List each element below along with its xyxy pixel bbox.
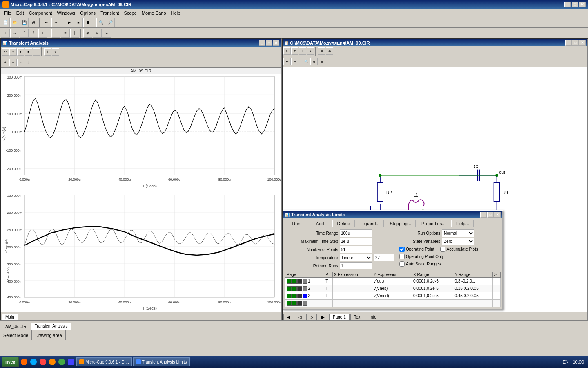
- menu-component[interactable]: Component: [27, 10, 55, 16]
- schematic-nav-page1[interactable]: Page 1: [329, 314, 350, 320]
- add-button[interactable]: Add: [309, 220, 331, 227]
- schematic-nav-text[interactable]: Text: [350, 314, 365, 320]
- tb-undo[interactable]: ↩: [42, 18, 51, 27]
- t-tb-zoom[interactable]: ⊕: [52, 48, 59, 56]
- tb-redo[interactable]: ↪: [51, 18, 60, 27]
- tab-am09[interactable]: AM_09.CIR: [2, 323, 30, 330]
- delete-button[interactable]: Delete: [332, 220, 355, 227]
- run-button[interactable]: Run: [285, 220, 307, 227]
- menu-help[interactable]: Help: [169, 10, 183, 16]
- schematic-nav-last[interactable]: ▶: [318, 314, 328, 320]
- schematic-nav-next[interactable]: ▷: [306, 314, 317, 320]
- tb2-5[interactable]: T: [38, 29, 47, 38]
- schematic-nav-prev[interactable]: ◁: [295, 314, 305, 320]
- schematic-maximize[interactable]: □: [572, 40, 579, 46]
- color-box-green7[interactable]: [287, 301, 292, 306]
- color-box-green2[interactable]: [292, 279, 297, 284]
- menu-file[interactable]: File: [2, 10, 14, 16]
- tb-pause[interactable]: ⏸: [83, 18, 92, 27]
- color-box-green5[interactable]: [287, 294, 292, 298]
- run-options-select[interactable]: Normal: [442, 229, 474, 237]
- tb-open[interactable]: 📂: [10, 18, 19, 27]
- color-box-black3[interactable]: [297, 294, 302, 298]
- taskbar-icon-2[interactable]: [30, 359, 37, 365]
- taskbar-icon-6[interactable]: [68, 359, 74, 365]
- schematic-nav-info[interactable]: Info: [366, 314, 380, 320]
- t-tb-pause[interactable]: ⏸: [33, 48, 40, 56]
- color-box-green4[interactable]: [292, 286, 297, 291]
- menu-options[interactable]: Options: [78, 10, 98, 16]
- temperature-input[interactable]: [374, 254, 394, 261]
- taskbar-icon-1[interactable]: [21, 359, 27, 365]
- taskbar-microcap[interactable]: Micro-Cap 9.0.6.1 - C:...: [76, 357, 132, 366]
- menu-monte-carlo[interactable]: Monte Carlo: [139, 10, 169, 16]
- s-tb-2[interactable]: T: [291, 47, 298, 55]
- s-tb2-4[interactable]: ⊕: [310, 58, 318, 65]
- t-tb-cursor[interactable]: ✛: [44, 48, 51, 56]
- taskbar-icon-3[interactable]: [40, 359, 46, 365]
- menu-windows[interactable]: Windows: [55, 10, 78, 16]
- tb2-4[interactable]: ∂: [29, 29, 38, 38]
- s-tb2-5[interactable]: ⊖: [318, 58, 325, 65]
- panel-minimize[interactable]: _: [259, 40, 265, 46]
- tb2-6[interactable]: □: [51, 29, 60, 38]
- s-tb-1[interactable]: ↖: [283, 47, 291, 55]
- t-tb2-3[interactable]: ≈: [17, 59, 24, 66]
- tb-run[interactable]: ▶: [65, 18, 74, 27]
- color-box-green8[interactable]: [292, 301, 297, 306]
- menu-edit[interactable]: Edit: [14, 10, 27, 16]
- operating-point-checkbox[interactable]: [399, 247, 405, 252]
- t-tb-stop[interactable]: ■: [25, 48, 32, 56]
- tb2-fit[interactable]: F: [102, 29, 111, 38]
- t-tb-1[interactable]: ↩: [2, 48, 9, 56]
- panel-close[interactable]: ✕: [273, 40, 279, 46]
- color-box-green3[interactable]: [287, 286, 292, 291]
- tb-new[interactable]: 📄: [1, 18, 10, 27]
- t-tb-2[interactable]: ↪: [9, 48, 17, 56]
- tb2-7[interactable]: ≡: [61, 29, 70, 38]
- taskbar-icon-4[interactable]: [49, 359, 56, 365]
- tb2-zoom[interactable]: ⊕: [83, 29, 92, 38]
- color-box-blue[interactable]: [303, 294, 307, 298]
- dialog-minimize[interactable]: _: [480, 212, 487, 218]
- time-range-input[interactable]: [340, 229, 372, 237]
- stepping-button[interactable]: Stepping...: [385, 220, 416, 227]
- taskbar-icon-5[interactable]: [58, 359, 65, 365]
- maximize-btn[interactable]: □: [572, 2, 578, 7]
- t-tb-run[interactable]: ▶: [17, 48, 24, 56]
- t-tb2-1[interactable]: +: [2, 59, 9, 66]
- tb2-8[interactable]: |: [70, 29, 79, 38]
- auto-scale-checkbox[interactable]: [399, 261, 405, 267]
- op-only-checkbox[interactable]: [399, 254, 405, 259]
- s-tb2-3[interactable]: 🔍: [303, 58, 310, 65]
- s-tb2-1[interactable]: ↩: [283, 58, 291, 65]
- properties-button[interactable]: Properties...: [417, 220, 450, 227]
- dialog-close[interactable]: ✕: [494, 212, 501, 218]
- s-tb2-2[interactable]: ↪: [291, 58, 298, 65]
- color-box-black4[interactable]: [297, 301, 302, 306]
- menu-scope[interactable]: Scope: [122, 10, 139, 16]
- panel-maximize[interactable]: □: [266, 40, 272, 46]
- minimize-btn[interactable]: _: [564, 2, 571, 7]
- s-tb-4[interactable]: +: [307, 47, 314, 55]
- s-tb-5[interactable]: ⊕: [318, 47, 325, 55]
- taskbar-transient[interactable]: Transient Analysis Limits: [133, 357, 190, 366]
- t-tb2-2[interactable]: ~: [9, 59, 17, 66]
- color-box-gray[interactable]: [303, 279, 307, 284]
- accumulate-plots-checkbox[interactable]: [440, 247, 445, 252]
- schematic-close[interactable]: ✕: [579, 40, 586, 46]
- tb-zoom-out[interactable]: 🔎: [106, 18, 115, 27]
- s-tb-6[interactable]: ⊖: [326, 47, 333, 55]
- tb-save[interactable]: 💾: [20, 18, 29, 27]
- tb-stop[interactable]: ■: [74, 18, 83, 27]
- color-box-green[interactable]: [287, 279, 292, 284]
- max-time-step-input[interactable]: [340, 238, 372, 245]
- transient-nav-main[interactable]: Main: [2, 314, 18, 320]
- s-tb-3[interactable]: L: [299, 47, 306, 55]
- close-btn[interactable]: ✕: [579, 2, 586, 7]
- color-box-black[interactable]: [297, 279, 302, 284]
- tb-zoom-in[interactable]: 🔍: [96, 18, 105, 27]
- tab-transient[interactable]: Transient Analysis: [31, 323, 71, 330]
- schematic-nav-scroll-left[interactable]: ◀: [283, 314, 294, 320]
- tb-print[interactable]: 🖨: [29, 18, 38, 27]
